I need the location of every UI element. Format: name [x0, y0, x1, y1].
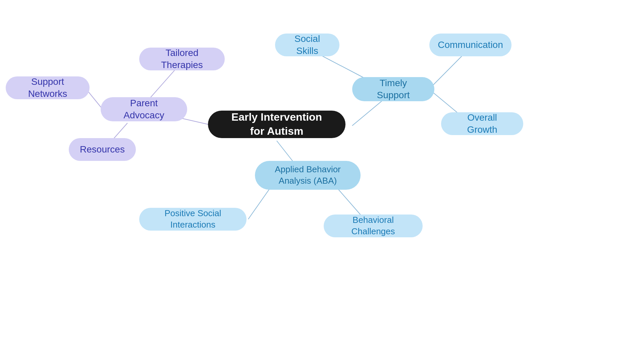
node-support-networks: Support Networks: [6, 76, 90, 99]
node-overall-growth: Overall Growth: [441, 112, 523, 135]
node-behavioral-challenges: Behavioral Challenges: [324, 215, 423, 237]
node-tailored-therapies: Tailored Therapies: [139, 48, 225, 70]
node-social-skills: Social Skills: [275, 34, 339, 56]
node-communication: Communication: [429, 34, 512, 56]
center-node: Early Intervention for Autism: [208, 111, 345, 138]
node-parent-advocacy: Parent Advocacy: [101, 97, 187, 121]
node-timely-support: Timely Support: [352, 77, 434, 101]
node-resources: Resources: [69, 138, 136, 161]
node-positive-social: Positive Social Interactions: [139, 208, 247, 231]
node-aba: Applied Behavior Analysis (ABA): [255, 161, 361, 190]
